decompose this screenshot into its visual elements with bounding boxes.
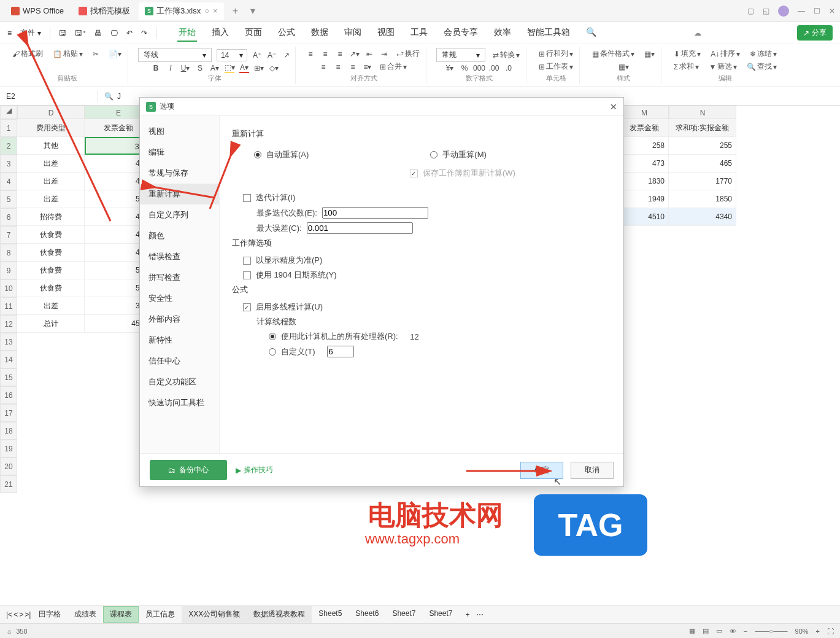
- table-cell[interactable]: 其他: [17, 137, 85, 155]
- indent-r-icon[interactable]: ⇥: [379, 49, 389, 59]
- search-icon[interactable]: 🔍: [585, 25, 598, 42]
- sort-button[interactable]: A↓ 排序▾: [708, 48, 742, 60]
- more-font-icon[interactable]: ↗: [282, 50, 291, 60]
- next-sheet-icon[interactable]: >: [19, 610, 23, 619]
- increase-font-icon[interactable]: A⁺: [252, 50, 262, 60]
- cloud-icon[interactable]: ☁: [694, 29, 701, 37]
- ribbon-tab-data[interactable]: 数据: [310, 25, 329, 42]
- row-header[interactable]: 1: [0, 119, 17, 137]
- table-cell[interactable]: 伙食费: [17, 279, 85, 297]
- convert-button[interactable]: ⇄ 转换▾: [490, 49, 522, 61]
- align-bottom-icon[interactable]: ≡: [335, 49, 345, 59]
- dialog-nav-item[interactable]: 重新计算: [140, 184, 219, 204]
- table-cell[interactable]: 465: [669, 155, 736, 173]
- dialog-nav-item[interactable]: 新特性: [140, 330, 219, 351]
- fill-color-icon[interactable]: ⬚▾: [225, 63, 234, 73]
- ribbon-tab-vip[interactable]: 会员专享: [442, 25, 479, 42]
- ribbon-tab-formula[interactable]: 公式: [277, 25, 296, 42]
- name-box[interactable]: E2: [0, 91, 98, 102]
- fullscreen-icon[interactable]: ⛶: [827, 628, 834, 635]
- tab-menu-icon[interactable]: ▾: [244, 5, 261, 17]
- dialog-nav-item[interactable]: 外部内容: [140, 309, 219, 330]
- backup-center-button[interactable]: 🗂 备份中心: [150, 460, 227, 480]
- save-as-icon[interactable]: 🖫⁺: [75, 29, 86, 37]
- avatar[interactable]: [778, 6, 789, 17]
- sheet-tab[interactable]: 田字格: [32, 606, 67, 623]
- cube-icon[interactable]: ◱: [763, 7, 769, 15]
- justify-icon[interactable]: ≡▾: [363, 62, 372, 72]
- ribbon-tab-review[interactable]: 审阅: [343, 25, 363, 42]
- table-cell[interactable]: 1949: [620, 190, 669, 208]
- sheet-tab[interactable]: Sheet7: [385, 606, 422, 623]
- sheet-menu-icon[interactable]: ⋯: [476, 610, 484, 619]
- row-header[interactable]: 12: [0, 315, 17, 333]
- first-sheet-icon[interactable]: |<: [6, 610, 12, 619]
- dialog-nav-item[interactable]: 视图: [140, 121, 219, 142]
- row-header[interactable]: 3: [0, 155, 17, 173]
- dialog-nav-item[interactable]: 快速访问工具栏: [140, 392, 219, 413]
- add-sheet-icon[interactable]: +: [460, 610, 474, 619]
- tips-link[interactable]: ▶ 操作技巧: [236, 465, 273, 475]
- row-header[interactable]: 13: [0, 333, 17, 351]
- tab-wps[interactable]: WPS Office: [5, 2, 70, 20]
- row-header[interactable]: 6: [0, 208, 17, 226]
- row-header[interactable]: 8: [0, 244, 17, 262]
- align-center-icon[interactable]: ≡: [333, 62, 343, 72]
- ribbon-tab-page[interactable]: 页面: [244, 25, 263, 42]
- row-header[interactable]: 17: [0, 404, 17, 422]
- zoom-out-icon[interactable]: −: [744, 628, 747, 635]
- dialog-nav-item[interactable]: 信任中心: [140, 351, 219, 372]
- use-all-radio[interactable]: 使用此计算机上的所有处理器(R): 12: [269, 331, 611, 342]
- cut-icon[interactable]: ✂: [90, 49, 101, 59]
- sheet-tab[interactable]: 课程表: [103, 606, 139, 623]
- ribbon-tab-tools[interactable]: 工具: [409, 25, 429, 42]
- strike-icon[interactable]: S: [195, 63, 205, 73]
- italic-icon[interactable]: I: [166, 63, 175, 73]
- row-header[interactable]: 4: [0, 173, 17, 190]
- row-header[interactable]: 18: [0, 422, 17, 440]
- filter-button[interactable]: ▼ 筛选▾: [706, 61, 739, 72]
- undo-icon[interactable]: ↶: [126, 29, 133, 37]
- find-button[interactable]: 🔍 查找▾: [744, 61, 779, 72]
- table-cell[interactable]: 473: [620, 155, 669, 173]
- table-cell[interactable]: 伙食费: [17, 262, 85, 279]
- print-preview-icon[interactable]: 🖵: [110, 29, 118, 37]
- table-cell[interactable]: 4510: [620, 208, 669, 226]
- date1904-checkbox[interactable]: 使用 1904 日期系统(Y): [243, 270, 611, 281]
- dec-inc-icon[interactable]: .00: [489, 63, 499, 73]
- percent-icon[interactable]: %: [460, 63, 469, 73]
- sheet-tab[interactable]: Sheet7: [422, 606, 459, 623]
- table-cell[interactable]: 出差: [17, 297, 85, 315]
- thousand-icon[interactable]: 000: [474, 63, 484, 73]
- dialog-close-icon[interactable]: ✕: [610, 102, 617, 112]
- close-icon[interactable]: ✕: [829, 7, 835, 15]
- row-header[interactable]: 11: [0, 297, 17, 315]
- font-color-icon[interactable]: A▾: [239, 63, 249, 73]
- max-iter-input[interactable]: [322, 207, 428, 219]
- precision-checkbox[interactable]: 以显示精度为准(P): [243, 255, 611, 266]
- ribbon-tab-insert[interactable]: 插入: [210, 25, 230, 42]
- col-header[interactable]: M: [620, 106, 669, 119]
- typography-icon[interactable]: A▾: [210, 63, 220, 73]
- sheet-tab[interactable]: Sheet5: [312, 606, 349, 623]
- table-cell[interactable]: 总计: [17, 315, 85, 333]
- view-normal-icon[interactable]: ▦: [689, 627, 695, 635]
- ribbon-tab-efficiency[interactable]: 效率: [493, 25, 512, 42]
- dialog-nav-item[interactable]: 自定义功能区: [140, 372, 219, 392]
- manual-recalc-radio[interactable]: 手动重算(M): [430, 149, 487, 160]
- dialog-nav-item[interactable]: 拼写检查: [140, 267, 219, 288]
- sheet-tab[interactable]: Sheet6: [349, 606, 385, 623]
- worksheet-button[interactable]: ⊞ 工作表▾: [536, 61, 576, 72]
- table-cell[interactable]: 伙食费: [17, 244, 85, 262]
- cellstyle-button[interactable]: ▦▾: [642, 49, 657, 59]
- sheet-tab[interactable]: XXX公司销售额: [182, 606, 247, 623]
- zoom-value[interactable]: 90%: [795, 628, 809, 635]
- table-cell[interactable]: 出差: [17, 190, 85, 208]
- save-icon[interactable]: 🖫: [59, 29, 66, 37]
- merge-button[interactable]: ⊞ 合并▾: [377, 61, 409, 72]
- multithread-checkbox[interactable]: 启用多线程计算(U): [243, 301, 611, 313]
- row-header[interactable]: 16: [0, 386, 17, 404]
- ribbon-tab-start[interactable]: 开始: [177, 25, 197, 42]
- col-header[interactable]: N: [669, 106, 736, 119]
- sheet-tab[interactable]: 数据透视表教程: [247, 606, 312, 623]
